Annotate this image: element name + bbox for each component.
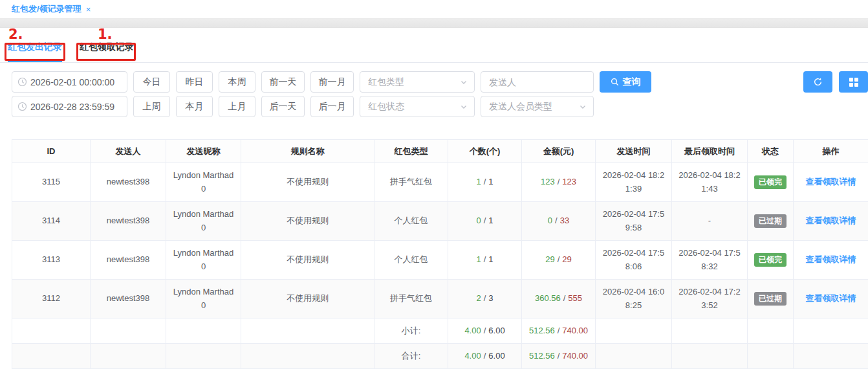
view-claim-details-link[interactable]: 查看领取详情 [806, 254, 856, 264]
document-tab[interactable]: 红包发/领记录管理 × [12, 3, 91, 15]
cell-amount: 360.56/555 [522, 280, 596, 319]
cell-count: 1/1 [448, 241, 522, 280]
table-row: 3114 newtest398 Lyndon Marthad 0 不使用规则 个… [12, 202, 868, 241]
header-id: ID [12, 140, 91, 163]
cell-count: 1/1 [448, 163, 522, 202]
document-tab-label: 红包发/领记录管理 [12, 3, 81, 15]
sender-input[interactable] [481, 72, 593, 92]
filter-row-2: 上周 本月 上月 后一天 后一月 红包状态 发送人会员类型 [12, 96, 868, 117]
cell-type: 拼手气红包 [374, 163, 448, 202]
value-separator: / [558, 351, 560, 361]
cell-type: 拼手气红包 [374, 280, 448, 319]
sender-field[interactable] [481, 71, 594, 93]
cell-last-claim-time: 2026-02-04 17:23:52 [672, 280, 748, 319]
cell-status: 已领完 [748, 241, 794, 280]
sender-member-type-select[interactable]: 发送人会员类型 [481, 96, 594, 117]
cell-action: 查看领取详情 [794, 202, 868, 241]
cell-type: 个人红包 [374, 241, 448, 280]
table-row: 3112 newtest398 Lyndon Marthad 0 不使用规则 拼… [12, 280, 868, 319]
cell-rule: 不使用规则 [241, 280, 374, 319]
cell-amount: 123/123 [522, 163, 596, 202]
cell-sender: newtest398 [91, 241, 166, 280]
quick-yesterday-button[interactable]: 昨日 [176, 71, 213, 93]
quick-prev-month-button[interactable]: 前一月 [310, 71, 354, 93]
sender-member-type-placeholder: 发送人会员类型 [489, 101, 552, 113]
cell-count: 2/3 [448, 280, 522, 319]
search-button-label: 查询 [623, 76, 641, 88]
value-separator: / [484, 293, 486, 303]
clock-icon [17, 102, 27, 111]
clock-icon [17, 77, 27, 87]
value-separator: / [484, 216, 486, 225]
cell-status: 已领完 [748, 163, 794, 202]
value-separator: / [484, 351, 486, 361]
view-claim-details-link[interactable]: 查看领取详情 [806, 177, 856, 186]
quick-next-day-button[interactable]: 后一天 [261, 96, 305, 117]
value-separator: / [484, 177, 486, 186]
cell-action: 查看领取详情 [794, 280, 868, 319]
cell-rule: 不使用规则 [241, 241, 374, 280]
status-badge: 已领完 [754, 253, 787, 267]
header-sender: 发送人 [91, 140, 166, 163]
cell-id: 3112 [12, 280, 91, 319]
start-datetime-field[interactable] [12, 71, 127, 93]
header-type: 红包类型 [374, 140, 448, 163]
status-badge: 已过期 [754, 214, 787, 229]
subtotal-amount: 512.56/740.00 [522, 319, 596, 344]
tab-send-records-label: 红包发出记录 [8, 41, 62, 52]
view-claim-details-link[interactable]: 查看领取详情 [806, 216, 856, 225]
value-separator: / [555, 216, 558, 225]
tab-claim-records[interactable]: 红包领取记录 [80, 41, 134, 62]
quick-last-week-button[interactable]: 上周 [133, 96, 170, 117]
value-separator: / [484, 326, 486, 335]
records-table: ID 发送人 发送昵称 规则名称 红包类型 个数(个) 金额(元) 发送时间 最… [12, 139, 868, 369]
total-label: 合计: [374, 344, 448, 369]
packet-status-placeholder: 红包状态 [368, 101, 404, 113]
end-datetime-field[interactable] [12, 96, 127, 117]
cell-nickname: Lyndon Marthad 0 [166, 202, 241, 241]
quick-this-month-button[interactable]: 本月 [176, 96, 213, 117]
refresh-button[interactable] [803, 71, 832, 93]
value-separator: / [558, 326, 560, 335]
cell-status: 已过期 [748, 202, 794, 241]
cell-id: 3114 [12, 202, 91, 241]
chevron-down-icon [579, 103, 587, 111]
quick-next-month-button[interactable]: 后一月 [310, 96, 354, 117]
refresh-icon [813, 77, 823, 87]
cell-sender: newtest398 [91, 280, 166, 319]
cell-rule: 不使用规则 [241, 163, 374, 202]
cell-send-time: 2026-02-04 16:08:25 [596, 280, 672, 319]
end-datetime-input[interactable] [12, 96, 127, 117]
header-send-time: 发送时间 [596, 140, 672, 163]
quick-today-button[interactable]: 今日 [133, 71, 170, 93]
cell-amount: 0/33 [522, 202, 596, 241]
status-badge: 已过期 [754, 292, 787, 306]
cell-action: 查看领取详情 [794, 163, 868, 202]
subtotal-row: 小计: 4.00/6.00 512.56/740.00 [12, 319, 868, 344]
quick-prev-day-button[interactable]: 前一天 [261, 71, 305, 93]
cell-last-claim-time: 2026-02-04 18:21:43 [672, 163, 748, 202]
quick-last-month-button[interactable]: 上月 [219, 96, 255, 117]
view-claim-details-link[interactable]: 查看领取详情 [806, 293, 856, 303]
cell-last-claim-time: - [672, 202, 748, 241]
search-button[interactable]: 查询 [600, 71, 651, 93]
tab-claim-records-label: 红包领取记录 [80, 41, 134, 52]
table-row: 3115 newtest398 Lyndon Marthad 0 不使用规则 拼… [12, 163, 868, 202]
table-header-row: ID 发送人 发送昵称 规则名称 红包类型 个数(个) 金额(元) 发送时间 最… [12, 140, 868, 163]
total-row: 合计: 4.00/6.00 512.56/740.00 [12, 344, 868, 369]
cell-action: 查看领取详情 [794, 241, 868, 280]
tab-send-records[interactable]: 红包发出记录 [8, 41, 62, 62]
status-badge: 已领完 [754, 175, 787, 190]
grid-icon [849, 78, 858, 87]
packet-type-placeholder: 红包类型 [368, 76, 404, 88]
column-settings-button[interactable] [839, 71, 868, 93]
quick-this-week-button[interactable]: 本周 [219, 71, 255, 93]
packet-type-select[interactable]: 红包类型 [360, 71, 475, 93]
cell-type: 个人红包 [374, 202, 448, 241]
packet-status-select[interactable]: 红包状态 [360, 96, 475, 117]
close-icon[interactable]: × [86, 5, 91, 14]
annotation-number-2: 2. [8, 27, 23, 42]
start-datetime-input[interactable] [12, 72, 127, 92]
cell-last-claim-time: 2026-02-04 17:58:32 [672, 241, 748, 280]
header-rule: 规则名称 [241, 140, 374, 163]
